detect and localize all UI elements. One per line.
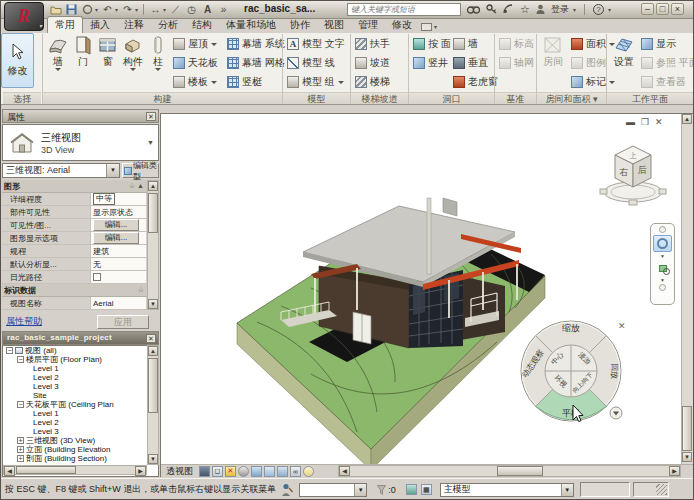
grid-button[interactable]: 轴网	[499, 54, 534, 72]
search-binoculars-icon[interactable]	[467, 4, 480, 16]
scroll-left-icon[interactable]: ◀	[4, 466, 15, 476]
vertical-opening-button[interactable]: 垂直	[453, 54, 488, 72]
scroll-up-icon[interactable]: ▲	[148, 181, 158, 191]
ribbon-display-toggle[interactable]: ▾	[421, 21, 443, 32]
steering-wheel-button[interactable]	[653, 235, 672, 252]
tree-item[interactable]: 剖面 (Building Section)	[3, 454, 158, 463]
chevron-down-icon[interactable]: ▾	[573, 6, 576, 13]
communication-center-icon[interactable]	[503, 4, 514, 16]
close-icon[interactable]: ✕	[146, 112, 156, 121]
model-text-button[interactable]: A模型 文字	[287, 35, 345, 53]
wheel-close-icon[interactable]: ✕	[618, 321, 626, 331]
tree-item[interactable]: Level 3	[3, 382, 158, 391]
tree-expander[interactable]	[17, 437, 24, 444]
undo-icon[interactable]: ↶	[101, 3, 114, 16]
sign-in-label[interactable]: 登录	[551, 3, 569, 16]
tree-expander[interactable]	[6, 347, 13, 354]
visual-style-icon[interactable]: ◻	[212, 466, 223, 477]
design-options-combo[interactable]: 主模型 ▼	[440, 483, 574, 497]
tab-annotate[interactable]: 注释	[117, 17, 151, 33]
reveal-hidden-elements-icon[interactable]	[303, 466, 314, 477]
level-button[interactable]: 标高	[499, 35, 534, 53]
steering-wheel[interactable]: 缩放 平移 动态观察 回放 中心 漫游 环视 向上/向下 ✕	[515, 313, 633, 429]
scroll-up-icon[interactable]: ▲	[682, 114, 692, 124]
ramp-button[interactable]: 坡道	[355, 54, 390, 72]
view-size-icon[interactable]	[199, 466, 210, 477]
scroll-up-icon[interactable]: ▲	[148, 346, 158, 356]
favorites-star-icon[interactable]: ☆	[520, 3, 530, 16]
compass-east-tab[interactable]	[659, 189, 666, 194]
modify-button[interactable]: 修改	[1, 33, 34, 88]
model-line-button[interactable]: 模型 线	[287, 54, 335, 72]
discipline-value[interactable]: 建筑	[90, 245, 146, 257]
tree-item[interactable]: 天花板平面 (Ceiling Plan	[3, 400, 158, 409]
scroll-right-icon[interactable]: ▶	[669, 466, 680, 476]
save-icon[interactable]	[65, 3, 78, 16]
project-browser-title[interactable]: rac_basic_sample_project ✕	[2, 331, 159, 345]
tree-expander[interactable]	[17, 446, 24, 453]
room-button[interactable]: 房间	[540, 35, 566, 90]
chevron-down-icon[interactable]: ▼	[660, 254, 665, 258]
stair-button[interactable]: 楼梯	[355, 73, 390, 91]
legend-button[interactable]: 图例	[571, 54, 606, 72]
tab-analyze[interactable]: 分析	[151, 17, 185, 33]
tab-collaborate[interactable]: 协作	[283, 17, 317, 33]
close-icon[interactable]: ×	[671, 3, 684, 15]
resize-grip[interactable]	[656, 484, 667, 495]
application-menu-button[interactable]: R ▾	[4, 2, 44, 31]
property-group-graphics[interactable]: 图形☆ ▲	[2, 180, 147, 193]
model-group-button[interactable]: 模型 组	[287, 73, 344, 91]
scroll-thumb[interactable]	[148, 193, 158, 233]
tab-home[interactable]: 常用	[47, 16, 83, 33]
scroll-down-icon[interactable]: ▼	[148, 454, 158, 464]
apply-button[interactable]: 应用	[97, 315, 149, 329]
tree-item[interactable]: Level 1	[3, 364, 158, 373]
tree-item[interactable]: Level 1	[3, 409, 158, 418]
parts-visibility-value[interactable]: 显示原状态	[90, 206, 146, 218]
view-minimize-icon[interactable]: ▬	[626, 117, 635, 127]
compass-south-tab[interactable]	[629, 200, 637, 205]
tree-expander[interactable]	[17, 356, 24, 363]
scroll-thumb[interactable]	[148, 358, 158, 413]
scroll-right-icon[interactable]: ▶	[135, 466, 146, 476]
zoom-button[interactable]	[653, 260, 672, 276]
tree-expander[interactable]	[17, 401, 24, 408]
temporary-hide-isolate-icon[interactable]: ∞	[290, 466, 301, 477]
tree-expander[interactable]	[17, 455, 24, 462]
scroll-down-icon[interactable]: ▼	[148, 299, 158, 309]
view-filter-combo[interactable]: 三维视图: Aerial ▼	[2, 163, 120, 178]
viewer-button[interactable]: 查看器	[641, 73, 686, 91]
properties-palette-title[interactable]: 属性 ✕	[2, 109, 159, 123]
sun-path-checkbox[interactable]	[93, 273, 101, 281]
minimize-icon[interactable]: –	[641, 3, 654, 15]
search-input[interactable]	[347, 3, 461, 16]
panel-label-room-area[interactable]: 房间和面积 ▾	[537, 92, 606, 104]
edit-type-button[interactable]: 编辑类型	[122, 163, 159, 178]
tab-view[interactable]: 视图	[317, 17, 351, 33]
scroll-thumb[interactable]	[497, 466, 543, 476]
chevron-down-icon[interactable]: ▾	[115, 6, 118, 13]
wheel-zoom-label[interactable]: 缩放	[562, 323, 580, 333]
wall-button[interactable]: 墙	[45, 35, 71, 90]
browser-vscrollbar[interactable]: ▲ ▼	[147, 345, 159, 465]
worksets-combo[interactable]: ▼	[299, 483, 367, 497]
show-work-plane-button[interactable]: 显示	[641, 35, 676, 53]
text-icon[interactable]: A	[201, 3, 214, 16]
compass-west-tab[interactable]	[600, 189, 607, 194]
scroll-down-icon[interactable]: ▼	[682, 452, 692, 462]
railing-button[interactable]: 扶手	[355, 35, 390, 53]
sync-icon[interactable]	[81, 3, 94, 16]
ceiling-button[interactable]: 天花板	[173, 54, 218, 72]
dormer-opening-button[interactable]: 老虎窗	[453, 73, 498, 91]
shaft-opening-button[interactable]: 竖井	[413, 54, 448, 72]
tab-massing-site[interactable]: 体量和场地	[219, 17, 283, 33]
subscription-key-icon[interactable]	[486, 4, 497, 16]
wheel-rewind-label[interactable]: 回放	[610, 363, 619, 379]
scroll-left-icon[interactable]: ◀	[339, 466, 350, 476]
type-selector[interactable]: 三维视图 3D View ▼	[2, 124, 159, 161]
component-button[interactable]: 构件	[120, 35, 146, 90]
opening-by-face-button[interactable]: 按 面	[413, 35, 451, 53]
chevron-down-icon[interactable]: ▼	[147, 139, 154, 146]
properties-scrollbar[interactable]: ▲ ▼	[147, 180, 159, 310]
unlocked-view-icon[interactable]	[277, 466, 288, 477]
